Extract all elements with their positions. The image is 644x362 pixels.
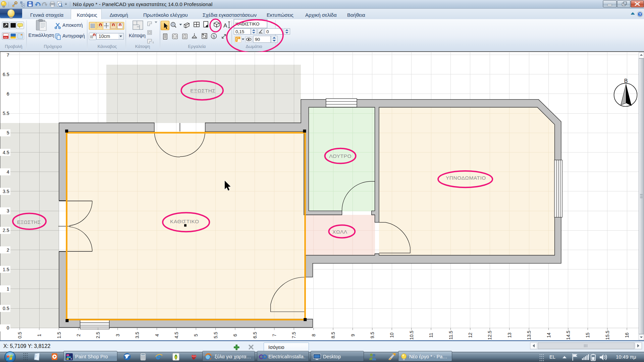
svg-text:7: 7 [7,52,9,58]
svg-text:3: 3 [7,208,9,214]
svg-text:1.5: 1.5 [56,332,62,339]
svg-text:?: ? [639,12,641,16]
svg-text:1: 1 [37,334,42,337]
svg-text:8.5: 8.5 [330,332,336,339]
svg-text:0.5: 0.5 [3,306,9,311]
svg-text:10: 10 [389,333,394,338]
svg-text:5.5: 5.5 [3,111,9,116]
svg-text:B: B [624,78,628,84]
svg-text:7.5: 7.5 [291,332,297,339]
svg-text:2.5: 2.5 [95,332,101,339]
svg-text:8: 8 [311,334,316,337]
svg-text:2.5: 2.5 [3,228,9,233]
svg-text:ΚΑΘΙΣΤΙΚΟ: ΚΑΘΙΣΤΙΚΟ [170,219,199,224]
svg-text:10:49 πμ: 10:49 πμ [616,354,636,360]
svg-text:14.5: 14.5 [566,330,571,340]
svg-text:1.5: 1.5 [3,267,9,272]
svg-text:4.5: 4.5 [3,150,9,155]
svg-text:ΕΞΩΣΤΗΣ: ΕΞΩΣΤΗΣ [190,88,215,94]
svg-text:13.5: 13.5 [526,330,532,340]
svg-text:7: 7 [272,334,277,337]
svg-text:2: 2 [7,247,9,253]
svg-text:ΥΠΝΟΔΩΜΑΤΙΟ: ΥΠΝΟΔΩΜΑΤΙΟ [446,175,486,181]
svg-text:4.5: 4.5 [174,332,179,339]
svg-text:10.5: 10.5 [409,330,414,340]
svg-text:1: 1 [7,286,9,292]
svg-text:0.5: 0.5 [17,332,22,339]
svg-text:2: 2 [76,334,81,337]
svg-text:5.5: 5.5 [213,332,218,339]
svg-text:6.5: 6.5 [3,72,9,77]
svg-text:12.5: 12.5 [487,330,492,340]
svg-text:6: 6 [232,334,238,337]
svg-text:16: 16 [624,333,630,338]
svg-text:4: 4 [70,357,72,360]
svg-text:3.5: 3.5 [3,189,9,194]
svg-text:13: 13 [507,333,512,338]
svg-text:4: 4 [154,334,160,337]
svg-text:4: 4 [7,169,9,175]
svg-text:ΕΞΩΣΤΗΣ: ΕΞΩΣΤΗΣ [17,220,41,225]
svg-text:6: 6 [7,91,9,97]
svg-text:11.5: 11.5 [448,331,453,340]
svg-text:5: 5 [193,334,199,337]
svg-text:14: 14 [546,333,551,338]
svg-text:6.5: 6.5 [252,332,258,339]
svg-text:ΛΟΥΤΡΟ: ΛΟΥΤΡΟ [329,153,352,159]
svg-text:11: 11 [428,333,434,338]
svg-text:e: e [156,352,161,361]
svg-text:15.5: 15.5 [605,330,610,340]
svg-text:3.5: 3.5 [135,332,140,339]
svg-text:ΧΩΛΛ: ΧΩΛΛ [332,229,347,235]
svg-text:9.5: 9.5 [370,332,375,339]
svg-text:5: 5 [7,130,9,135]
svg-text:0: 0 [7,325,9,330]
svg-text:EL: EL [549,354,555,360]
svg-text:15: 15 [585,333,590,338]
svg-text:3: 3 [115,334,120,337]
svg-text:12: 12 [468,333,473,338]
svg-text:9: 9 [350,334,356,337]
